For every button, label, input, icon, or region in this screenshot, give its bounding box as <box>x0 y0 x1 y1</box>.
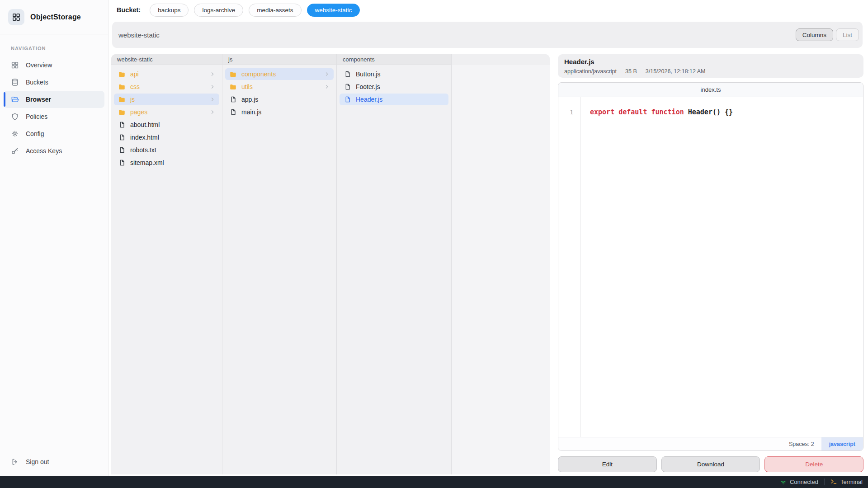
folder-row-api[interactable]: api <box>114 68 219 80</box>
file-row-sitemap-xml[interactable]: sitemap.xml <box>114 157 219 169</box>
file-browser-columns: website-static api css js pages about.ht… <box>111 54 550 474</box>
chevron-right-icon <box>210 84 215 89</box>
connection-status-label: Connected <box>790 479 818 485</box>
file-icon <box>344 83 351 91</box>
object-name: Header.js <box>564 58 857 66</box>
file-row-footer-js[interactable]: Footer.js <box>340 81 448 93</box>
sidebar-item-access-keys[interactable]: Access Keys <box>4 142 104 160</box>
shield-icon <box>10 112 19 121</box>
terminal-label: Terminal <box>840 479 863 485</box>
app-logo: ObjectStorage <box>0 0 108 34</box>
sidebar-item-label: Overview <box>26 61 52 69</box>
file-row-header-js[interactable]: Header.js <box>340 94 448 105</box>
sidebar-item-label: Policies <box>26 113 47 120</box>
sidebar-item-config[interactable]: Config <box>4 125 104 142</box>
bucket-subheader: website-static Columns List <box>112 22 863 48</box>
item-name: css <box>130 83 140 90</box>
bucket-pill-backups[interactable]: backups <box>150 4 189 17</box>
browser-column-js: js components utils app.js main.js <box>222 54 337 474</box>
folder-row-components[interactable]: components <box>225 68 334 80</box>
delete-button[interactable]: Delete <box>764 456 863 472</box>
view-toggle: Columns List <box>796 28 859 41</box>
sidebar-item-overview[interactable]: Overview <box>4 56 104 74</box>
database-icon <box>10 78 19 87</box>
sidebar-nav: Overview Buckets Browser Policies Config… <box>0 56 108 160</box>
folder-row-pages[interactable]: pages <box>114 106 219 118</box>
item-name: index.html <box>130 134 159 141</box>
sidebar-divider <box>0 448 108 448</box>
file-icon <box>344 96 351 103</box>
folder-row-utils[interactable]: utils <box>225 81 334 93</box>
columns-view-button[interactable]: Columns <box>796 28 833 41</box>
object-meta: application/javascript 35 B 3/15/2026, 1… <box>564 68 857 75</box>
item-name: main.js <box>241 108 261 116</box>
sidebar-item-buckets[interactable]: Buckets <box>4 74 104 91</box>
folder-icon <box>229 83 237 91</box>
sign-out-icon <box>10 457 19 466</box>
bucket-pill-website-static[interactable]: website-static <box>307 4 360 17</box>
current-bucket-title: website-static <box>118 31 160 39</box>
gear-icon <box>10 129 19 138</box>
app-title: ObjectStorage <box>30 13 81 21</box>
sidebar-footer: Sign out <box>0 448 108 476</box>
main-area: Bucket: backupslogs-archivemedia-assetsw… <box>108 0 868 476</box>
sign-out-button[interactable]: Sign out <box>4 453 104 470</box>
editor-tab-title: index.ts <box>558 83 863 97</box>
file-icon <box>344 70 351 78</box>
browser-column-website-static: website-static api css js pages about.ht… <box>111 54 222 474</box>
list-view-button[interactable]: List <box>836 28 859 41</box>
folder-row-js[interactable]: js <box>114 94 219 105</box>
wifi-icon <box>780 479 787 485</box>
chevron-right-icon <box>210 109 215 115</box>
chevron-right-icon <box>210 97 215 102</box>
chevron-right-icon <box>210 71 215 77</box>
sidebar-item-label: Access Keys <box>26 147 62 155</box>
file-row-robots-txt[interactable]: robots.txt <box>114 144 219 156</box>
folder-icon <box>118 96 126 103</box>
app-logo-grid-icon <box>8 9 24 25</box>
file-row-button-js[interactable]: Button.js <box>340 68 448 80</box>
column-header: website-static <box>111 54 222 65</box>
file-icon <box>118 121 126 129</box>
bucket-bar: Bucket: backupslogs-archivemedia-assetsw… <box>108 0 868 20</box>
folder-row-css[interactable]: css <box>114 81 219 93</box>
download-button[interactable]: Download <box>661 456 760 472</box>
item-name: sitemap.xml <box>130 159 164 166</box>
object-detail-header: Header.js application/javascript 35 B 3/… <box>558 54 863 78</box>
status-bar: Connected Terminal <box>0 476 868 488</box>
file-row-about-html[interactable]: about.html <box>114 119 219 131</box>
app-root: ObjectStorage NAVIGATION Overview Bucket… <box>0 0 868 488</box>
folder-icon <box>118 83 126 91</box>
bucket-pill-media-assets[interactable]: media-assets <box>249 4 301 17</box>
bucket-label: Bucket: <box>117 6 141 14</box>
item-name: components <box>241 70 276 78</box>
terminal-icon <box>830 479 837 485</box>
editor-status-bar: Spaces: 2 javascript <box>558 437 863 450</box>
item-name: js <box>130 96 135 103</box>
line-number: 1 <box>570 109 573 116</box>
code-line: export default function Header() {} <box>580 97 863 437</box>
chevron-right-icon <box>324 84 330 89</box>
terminal-button[interactable]: Terminal <box>830 479 863 485</box>
file-row-app-js[interactable]: app.js <box>225 94 334 105</box>
sidebar-item-label: Config <box>26 130 44 137</box>
file-row-main-js[interactable]: main.js <box>225 106 334 118</box>
bucket-pill-logs-archive[interactable]: logs-archive <box>194 4 243 17</box>
column-header: js <box>222 54 336 65</box>
column-header: components <box>337 54 451 65</box>
sidebar-item-browser[interactable]: Browser <box>4 91 104 108</box>
file-icon <box>229 108 237 116</box>
sidebar-item-label: Browser <box>26 96 51 103</box>
sidebar-item-policies[interactable]: Policies <box>4 108 104 125</box>
bucket-pills: backupslogs-archivemedia-assetswebsite-s… <box>150 4 360 17</box>
chevron-right-icon <box>324 71 330 77</box>
file-row-index-html[interactable]: index.html <box>114 131 219 143</box>
folder-open-icon <box>10 95 19 104</box>
item-name: robots.txt <box>130 146 156 154</box>
code-keyword-token: export default function <box>590 108 688 116</box>
code-plain-token: Header() {} <box>688 108 733 116</box>
edit-button[interactable]: Edit <box>558 456 657 472</box>
editor-language-badge: javascript <box>821 437 863 450</box>
item-name: Header.js <box>356 96 382 103</box>
object-content-type: application/javascript <box>564 68 617 75</box>
